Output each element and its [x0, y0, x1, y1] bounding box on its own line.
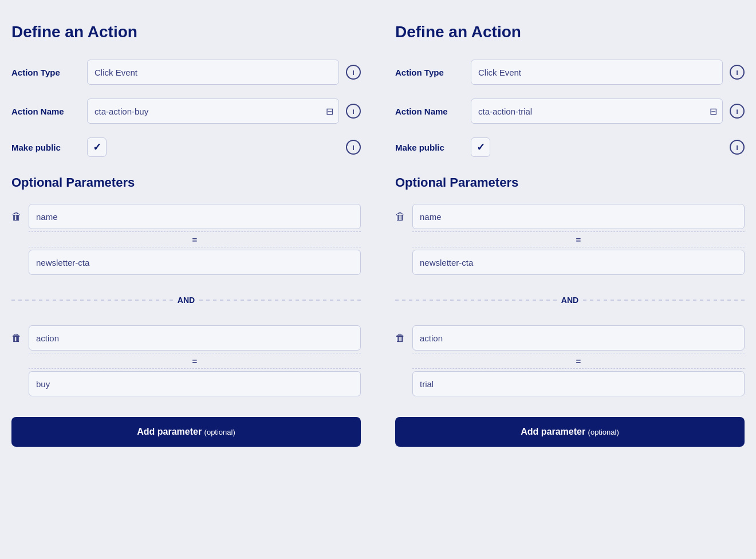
make-public-label-left: Make public — [11, 143, 80, 152]
action-name-info-icon-right[interactable]: i — [730, 104, 745, 119]
action-name-input-left[interactable] — [87, 99, 339, 124]
action-type-input-right[interactable] — [471, 60, 723, 85]
add-param-optional-left: (optional) — [204, 428, 235, 436]
param-key-input-left-0[interactable] — [29, 204, 361, 229]
action-type-row-right: Action Typei — [395, 60, 745, 85]
panel-right: Define an ActionAction TypeiAction Name⊟… — [395, 23, 745, 447]
and-separator-left-1: AND — [11, 296, 361, 305]
param-inputs-right-1: = — [412, 325, 745, 396]
delete-param-icon-right-1[interactable]: 🗑 — [395, 332, 405, 344]
action-name-copy-icon-left[interactable]: ⊟ — [326, 106, 333, 117]
optional-params-title-right: Optional Parameters — [395, 175, 745, 190]
action-name-copy-icon-right[interactable]: ⊟ — [710, 106, 717, 117]
add-param-optional-right: (optional) — [588, 428, 619, 436]
action-name-row-right: Action Name⊟i — [395, 99, 745, 124]
make-public-checkbox-left[interactable]: ✓ — [87, 137, 107, 157]
panel-left: Define an ActionAction TypeiAction Name⊟… — [11, 23, 361, 447]
param-value-input-right-0[interactable] — [412, 250, 745, 275]
action-name-label-right: Action Name — [395, 107, 464, 116]
action-type-row-left: Action Typei — [11, 60, 361, 85]
equals-separator-left-0: = — [29, 231, 361, 247]
param-row-right-0: 🗑= — [395, 204, 745, 275]
param-key-input-left-1[interactable] — [29, 325, 361, 351]
param-inputs-left-0: = — [29, 204, 361, 275]
delete-param-icon-left-1[interactable]: 🗑 — [11, 332, 22, 344]
param-inputs-left-1: = — [29, 325, 361, 396]
action-name-input-right[interactable] — [471, 99, 723, 124]
param-key-input-right-0[interactable] — [412, 204, 745, 229]
param-inputs-right-0: = — [412, 204, 745, 275]
param-row-right-1: 🗑= — [395, 325, 745, 396]
delete-param-icon-right-0[interactable]: 🗑 — [395, 211, 405, 223]
page-container: Define an ActionAction TypeiAction Name⊟… — [11, 23, 745, 447]
action-type-info-icon-left[interactable]: i — [346, 65, 361, 80]
action-name-info-icon-left[interactable]: i — [346, 104, 361, 119]
action-name-input-wrapper-right: ⊟ — [471, 99, 723, 124]
action-name-row-left: Action Name⊟i — [11, 99, 361, 124]
add-param-button-left[interactable]: Add parameter (optional) — [11, 417, 361, 447]
make-public-row-right: Make public✓i — [395, 137, 745, 157]
optional-params-title-left: Optional Parameters — [11, 175, 361, 190]
equals-separator-left-1: = — [29, 353, 361, 369]
action-name-label-left: Action Name — [11, 107, 80, 116]
action-name-input-wrapper-left: ⊟ — [87, 99, 339, 124]
make-public-info-icon-left[interactable]: i — [346, 140, 361, 155]
param-value-input-left-1[interactable] — [29, 371, 361, 396]
make-public-checkbox-right[interactable]: ✓ — [471, 137, 490, 157]
make-public-checkmark-right: ✓ — [477, 141, 485, 153]
action-type-info-icon-right[interactable]: i — [730, 65, 745, 80]
action-type-label-right: Action Type — [395, 68, 464, 77]
param-value-input-left-0[interactable] — [29, 250, 361, 275]
param-key-input-right-1[interactable] — [412, 325, 745, 351]
panel-title-right: Define an Action — [395, 23, 745, 41]
panel-title-left: Define an Action — [11, 23, 361, 41]
action-type-input-left[interactable] — [87, 60, 339, 85]
make-public-info-icon-right[interactable]: i — [730, 140, 745, 155]
action-type-label-left: Action Type — [11, 68, 80, 77]
and-separator-right-1: AND — [395, 296, 745, 305]
param-value-input-right-1[interactable] — [412, 371, 745, 396]
delete-param-icon-left-0[interactable]: 🗑 — [11, 211, 22, 223]
equals-separator-right-0: = — [412, 231, 745, 247]
make-public-checkmark-left: ✓ — [93, 141, 101, 153]
param-row-left-1: 🗑= — [11, 325, 361, 396]
add-param-button-right[interactable]: Add parameter (optional) — [395, 417, 745, 447]
equals-separator-right-1: = — [412, 353, 745, 369]
make-public-label-right: Make public — [395, 143, 464, 152]
param-row-left-0: 🗑= — [11, 204, 361, 275]
make-public-row-left: Make public✓i — [11, 137, 361, 157]
